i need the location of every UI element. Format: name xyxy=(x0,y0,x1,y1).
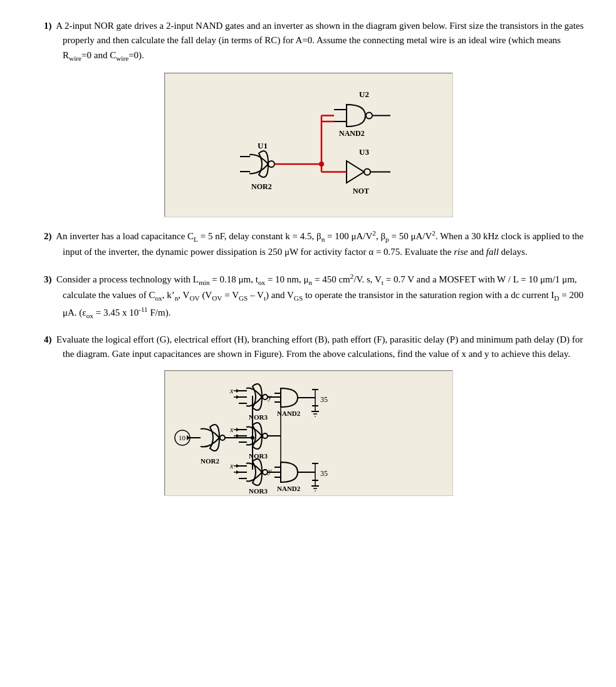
svg-rect-0 xyxy=(165,73,453,217)
diagram2: 10 NOR2 xyxy=(164,370,452,495)
nor3-bot-label: NOR3 xyxy=(249,487,268,495)
nor2-label: NOR2 xyxy=(251,182,272,191)
y-label-top: y xyxy=(268,393,272,401)
circuit-diagram-2: 10 NOR2 xyxy=(165,371,453,496)
q1-number: 1) xyxy=(44,21,52,31)
q4-text: 4) Evaluate the logical effort (G), elec… xyxy=(44,333,591,362)
question-4: 4) Evaluate the logical effort (G), elec… xyxy=(25,333,591,496)
u3-label: U3 xyxy=(359,147,369,157)
input10-label: 10 xyxy=(179,434,186,442)
nand2-bot-label: NAND2 xyxy=(277,485,301,492)
svg-rect-18 xyxy=(165,371,453,496)
q2-number: 2) xyxy=(44,231,52,241)
question-2: 2) An inverter has a load capacitance CL… xyxy=(25,228,591,260)
q1-text: 1) A 2-input NOR gate drives a 2-input N… xyxy=(44,19,591,64)
q1-body: A 2-input NOR gate drives a 2-input NAND… xyxy=(54,21,583,60)
q2-text: 2) An inverter has a load capacitance CL… xyxy=(44,228,591,260)
q3-text: 3) Consider a process technology with Lm… xyxy=(44,271,591,321)
nand2-label: NAND2 xyxy=(339,129,365,138)
nor3-mid-label: NOR3 xyxy=(249,452,268,460)
question-1: 1) A 2-input NOR gate drives a 2-input N… xyxy=(25,19,591,217)
not-label: NOT xyxy=(353,187,369,195)
q3-number: 3) xyxy=(44,274,52,284)
diagram1: U2 NAND2 U1 xyxy=(164,73,452,217)
question-3: 3) Consider a process technology with Lm… xyxy=(25,271,591,321)
u2-label: U2 xyxy=(359,90,369,99)
y-label-bot: y xyxy=(268,467,272,475)
cap35-top: 35 xyxy=(320,395,328,404)
u1-label: U1 xyxy=(258,141,268,150)
circuit-diagram-1: U2 NAND2 U1 xyxy=(165,73,453,217)
x-label-bot: x xyxy=(229,462,234,470)
q4-number: 4) xyxy=(44,334,52,344)
x-label-top: x xyxy=(229,386,234,395)
nor3-top-label: NOR3 xyxy=(249,413,268,421)
cap35-bot: 35 xyxy=(320,469,328,478)
x-label-mid: x xyxy=(229,425,234,434)
nor2-left-label: NOR2 xyxy=(201,457,219,465)
